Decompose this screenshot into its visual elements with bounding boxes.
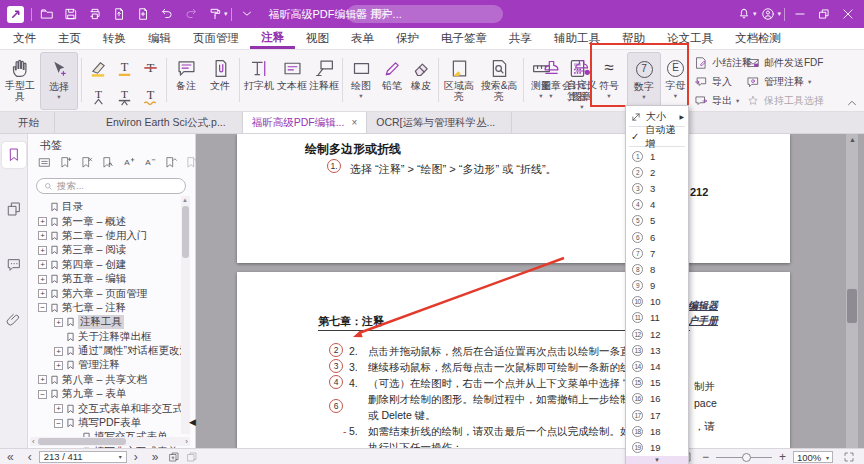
create-doc-icon[interactable] — [131, 2, 155, 26]
next-page-button[interactable]: › — [127, 450, 145, 464]
print-icon[interactable] — [83, 2, 107, 26]
menu-item-number[interactable]: 16 16 — [626, 391, 688, 407]
bookmark-item[interactable]: + 第六章 – 页面管理 — [28, 286, 182, 300]
bookmark-item[interactable]: − 第九章 – 表单 — [28, 387, 182, 401]
add-bookmark-icon[interactable] — [57, 154, 74, 170]
ribbon-tab[interactable]: 视图 — [295, 28, 340, 49]
global-search-input[interactable]: 搜索 — [347, 5, 503, 23]
ribbon-tab[interactable]: 保护 — [385, 28, 430, 49]
minimize-icon[interactable] — [788, 2, 812, 26]
note-comment-button[interactable]: 备注 — [170, 52, 202, 110]
bookmark-item[interactable]: + 交互式表单和非交互式表单 — [28, 401, 182, 415]
scroll-up-icon[interactable]: ▲ — [182, 197, 188, 203]
callout-button[interactable]: 注释框 — [309, 52, 339, 110]
ribbon-tab[interactable]: 帮助 — [611, 28, 656, 49]
bookmark-item[interactable]: + 第四章 – 创建 — [28, 258, 182, 272]
zoom-slider[interactable] — [716, 457, 772, 458]
zoom-out-button[interactable]: − — [702, 450, 709, 464]
bookmark-item[interactable]: + 第一章 – 概述 — [28, 214, 182, 228]
tree-expander-icon[interactable]: + — [38, 375, 47, 384]
ribbon-tab[interactable]: 电子签章 — [430, 28, 498, 49]
number-annotation-3[interactable]: 3 — [329, 359, 343, 373]
ribbon-tab[interactable]: 文件 — [2, 28, 47, 49]
menu-item-number[interactable]: 18 18 — [626, 423, 688, 439]
tree-expander-icon[interactable]: + — [38, 217, 47, 226]
open-file-icon[interactable] — [35, 2, 59, 26]
first-page-button[interactable]: « — [0, 450, 21, 464]
numbered-step-annotation[interactable]: 1. — [327, 159, 341, 173]
bookmark-item[interactable]: 关于注释弹出框 — [28, 330, 182, 344]
promote-bookmark-icon[interactable] — [162, 154, 179, 170]
ribbon-tab[interactable]: 论文工具 — [656, 28, 724, 49]
document-tab[interactable]: Environ Earth Sci公式.p... — [97, 112, 243, 133]
typewriter-button[interactable]: 打字机 — [243, 52, 275, 110]
restore-window-icon[interactable] — [812, 2, 836, 26]
menu-item-number[interactable]: 3 3 — [626, 180, 688, 196]
ribbon-tab[interactable]: 辅助工具 — [543, 28, 611, 49]
page-dropdown-caret-icon[interactable]: ▾ — [119, 453, 122, 460]
menu-item-number[interactable]: 11 11 — [626, 310, 688, 326]
menu-item-number[interactable]: 9 9 — [626, 278, 688, 294]
import-comments-button[interactable]: 导入 — [694, 73, 732, 90]
comments-panel-icon[interactable] — [2, 252, 26, 278]
bookmark-item[interactable]: + 第五章 – 编辑 — [28, 272, 182, 286]
menu-item-auto-increment[interactable]: ✓ 自动递增 — [626, 128, 688, 145]
tree-expander-icon[interactable]: + — [38, 231, 47, 240]
menu-item-number[interactable]: 7 7 — [626, 245, 688, 261]
customize-toolbar-icon[interactable] — [235, 2, 259, 26]
measure-button[interactable] — [469, 52, 499, 110]
format-tool-caret-icon[interactable]: ▾ — [224, 10, 228, 18]
bookmarks-panel-icon[interactable] — [2, 142, 26, 168]
panel-hscroll-thumb[interactable] — [38, 438, 126, 445]
page-number-input[interactable]: 213 / 411 ▾ — [39, 451, 127, 463]
file-attachment-button[interactable]: 文件 — [204, 52, 236, 110]
previous-page-button[interactable]: ‹ — [21, 450, 39, 464]
text-squiggly-tool-icon[interactable]: T — [138, 84, 162, 108]
menu-item-number[interactable]: 2 2 — [626, 164, 688, 180]
last-page-button[interactable]: » — [145, 450, 166, 464]
start-tab[interactable]: 开始 — [0, 112, 55, 133]
menu-item-number[interactable]: 19 19 — [626, 439, 688, 455]
export-comments-button[interactable]: 导出▾ — [694, 92, 739, 109]
menu-item-number[interactable]: 8 8 — [626, 261, 688, 277]
next-view-button[interactable] — [183, 450, 201, 464]
zoom-level-input[interactable]: 100% ▾ — [793, 451, 833, 463]
tree-expander-icon[interactable]: + — [54, 318, 63, 327]
draw-shapes-button[interactable]: 绘图 — [346, 52, 376, 110]
bookmark-item[interactable]: + 第二章 – 使用入门 — [28, 229, 182, 243]
tree-expander-icon[interactable]: − — [38, 390, 47, 399]
document-scroll-thumb[interactable] — [847, 289, 857, 323]
text-strikeout-tool-icon[interactable]: T — [138, 56, 162, 80]
manage-comments-button[interactable]: 管理注释▾ — [746, 73, 811, 90]
tree-expander-icon[interactable]: − — [38, 303, 47, 312]
undo-icon[interactable] — [155, 2, 179, 26]
close-tab-icon[interactable]: × — [351, 117, 357, 128]
scroll-right-icon[interactable]: › — [185, 437, 188, 446]
menu-item-number[interactable]: 10 10 — [626, 294, 688, 310]
eraser-button[interactable]: 橡皮 — [407, 52, 435, 110]
select-tool-button[interactable]: 选择 — [40, 52, 78, 110]
summarize-comments-button[interactable]: 小结注释 — [694, 54, 752, 71]
tree-expander-icon[interactable]: + — [54, 404, 63, 413]
tree-expander-icon[interactable]: + — [38, 275, 47, 284]
panel-menu-icon[interactable] — [36, 154, 53, 170]
bookmark-item[interactable]: − 填写PDF表单 — [28, 416, 182, 430]
pencil-button[interactable]: 铅笔 — [378, 52, 406, 110]
menu-item-number[interactable]: 17 17 — [626, 407, 688, 423]
ribbon-tab[interactable]: 转换 — [92, 28, 137, 49]
menu-item-number[interactable]: 15 15 — [626, 375, 688, 391]
menu-scroll-down-icon[interactable]: ▼ — [626, 456, 688, 464]
number-tool-button[interactable]: 7 数字 — [627, 52, 661, 110]
zoom-in-button[interactable]: + — [779, 450, 786, 464]
page-thumbnails-icon[interactable] — [2, 196, 26, 222]
scroll-left-icon[interactable]: ‹ — [32, 437, 35, 446]
fullscreen-icon[interactable] — [840, 450, 858, 464]
tree-expander-icon[interactable]: + — [38, 289, 47, 298]
menu-item-number[interactable]: 12 12 — [626, 326, 688, 342]
collapse-ribbon-button[interactable] — [845, 94, 859, 111]
previous-view-button[interactable] — [165, 450, 183, 464]
attachments-panel-icon[interactable] — [2, 306, 26, 332]
email-fdf-button[interactable]: 邮件发送FDF — [746, 54, 823, 71]
ribbon-tab[interactable]: 共享 — [498, 28, 543, 49]
tree-expander-icon[interactable]: + — [38, 246, 47, 255]
